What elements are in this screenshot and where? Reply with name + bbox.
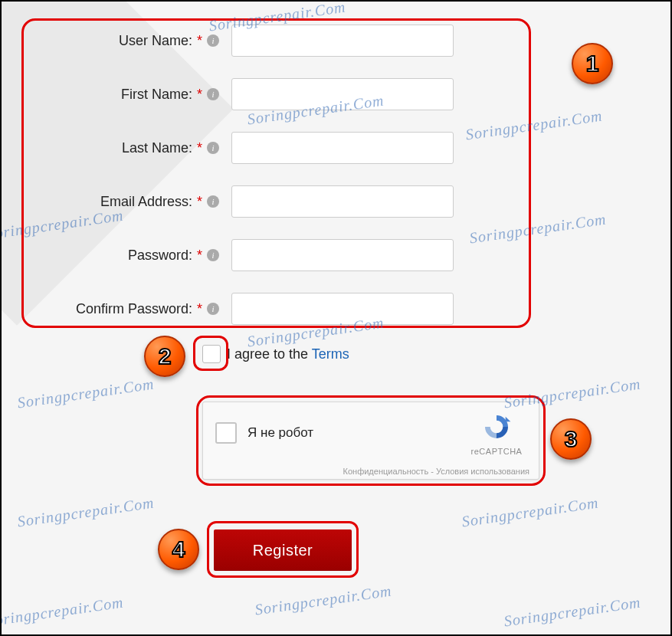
info-icon[interactable]: i xyxy=(207,34,219,47)
terms-prefix: I agree to the xyxy=(227,346,312,362)
field-username: User Name: * i xyxy=(25,25,647,57)
badge-4: 4 xyxy=(158,529,199,570)
recaptcha-label: Я не робот xyxy=(247,425,313,441)
recaptcha-legal[interactable]: Конфиденциальность - Условия использован… xyxy=(343,467,529,476)
field-password: Password: * i xyxy=(25,239,647,271)
svg-marker-0 xyxy=(506,417,511,422)
recaptcha-icon xyxy=(481,411,512,442)
field-email: Email Address: * i xyxy=(25,185,647,218)
register-button[interactable]: Register xyxy=(214,529,352,571)
required-asterisk: * xyxy=(197,87,202,103)
field-label: User Name: xyxy=(119,33,192,49)
terms-checkbox[interactable] xyxy=(202,345,221,363)
label-wrap: Confirm Password: * i xyxy=(25,301,231,317)
label-wrap: Last Name: * i xyxy=(25,140,231,156)
field-label: Password: xyxy=(128,248,192,264)
watermark: Soringpcrepair.Com xyxy=(461,494,599,531)
watermark: Soringpcrepair.Com xyxy=(503,594,641,631)
required-asterisk: * xyxy=(197,301,202,317)
field-label: Last Name: xyxy=(122,140,192,156)
label-wrap: Email Address: * i xyxy=(25,194,231,210)
registration-form: User Name: * i First Name: * i Last Name… xyxy=(25,25,647,346)
badge-3: 3 xyxy=(550,418,592,460)
required-asterisk: * xyxy=(197,33,202,49)
username-input[interactable] xyxy=(231,25,454,57)
password-input[interactable] xyxy=(231,239,454,271)
email-input[interactable] xyxy=(231,185,454,218)
info-icon[interactable]: i xyxy=(207,303,219,315)
terms-row: I agree to the Terms xyxy=(202,345,349,363)
firstname-input[interactable] xyxy=(231,78,454,110)
info-icon[interactable]: i xyxy=(207,195,219,208)
info-icon[interactable]: i xyxy=(207,88,219,100)
confirm-password-input[interactable] xyxy=(231,293,454,325)
terms-text: I agree to the Terms xyxy=(227,346,349,362)
field-confirm-password: Confirm Password: * i xyxy=(25,293,647,325)
label-wrap: First Name: * i xyxy=(25,87,231,103)
label-wrap: User Name: * i xyxy=(25,33,231,49)
required-asterisk: * xyxy=(197,140,202,156)
terms-link[interactable]: Terms xyxy=(312,346,349,362)
field-firstname: First Name: * i xyxy=(25,78,647,110)
field-label: Confirm Password: xyxy=(76,301,192,317)
required-asterisk: * xyxy=(197,194,202,210)
watermark: Soringpcrepair.Com xyxy=(16,375,155,412)
field-label: Email Address: xyxy=(100,194,192,210)
lastname-input[interactable] xyxy=(231,132,454,164)
watermark: Soringpcrepair.Com xyxy=(16,494,155,531)
field-lastname: Last Name: * i xyxy=(25,132,647,164)
info-icon[interactable]: i xyxy=(207,142,219,154)
label-wrap: Password: * i xyxy=(25,248,231,264)
info-icon[interactable]: i xyxy=(207,249,219,261)
required-asterisk: * xyxy=(197,248,202,264)
field-label: First Name: xyxy=(121,87,192,103)
recaptcha-widget: Я не робот reCAPTCHA Конфиденциальность … xyxy=(202,402,539,480)
recaptcha-brand: reCAPTCHA xyxy=(470,447,523,456)
watermark: Soringpcrepair.Com xyxy=(0,594,125,631)
recaptcha-logo: reCAPTCHA xyxy=(470,411,523,456)
recaptcha-checkbox[interactable] xyxy=(215,422,237,444)
watermark: Soringpcrepair.Com xyxy=(254,582,392,619)
